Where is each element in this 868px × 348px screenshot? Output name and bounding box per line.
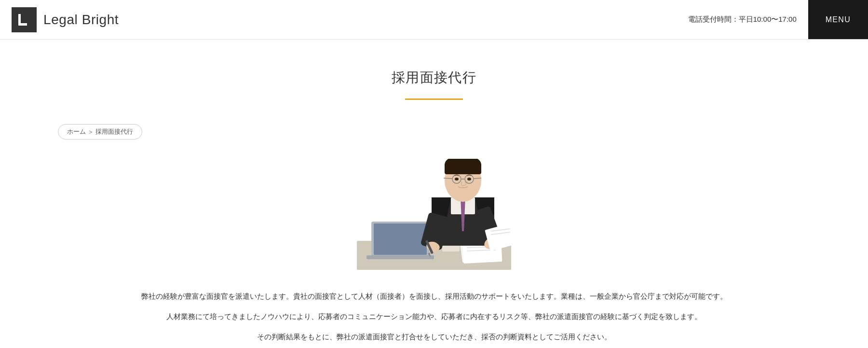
breadcrumb-separator: > <box>89 128 93 136</box>
svg-line-42 <box>474 178 481 179</box>
header-right: 電話受付時間：平日10:00〜17:00 MENU <box>688 0 868 39</box>
image-section <box>0 159 868 270</box>
logo-icon <box>12 7 37 32</box>
paragraph-3: その判断結果をもとに、弊社の派遣面接官と打合せをしていただき、採否の判断資料とし… <box>125 330 743 344</box>
site-header: Legal Bright 電話受付時間：平日10:00〜17:00 MENU <box>0 0 868 40</box>
svg-rect-1 <box>18 23 27 26</box>
paragraph-2: 人材業務にて培ってきましたノウハウにより、応募者のコミュニケーション能力や、応募… <box>125 309 743 324</box>
phone-info: 電話受付時間：平日10:00〜17:00 <box>688 15 808 24</box>
logo-text: Legal Bright <box>43 12 119 28</box>
breadcrumb[interactable]: ホーム > 採用面接代行 <box>58 124 142 139</box>
main-content: 採用面接代行 ホーム > 採用面接代行 <box>0 40 868 348</box>
paragraph-1: 弊社の経験が豊富な面接官を派遣いたします。貴社の面接官として人材（面接者）を面接… <box>125 289 743 304</box>
svg-rect-5 <box>374 223 427 255</box>
svg-point-36 <box>455 178 459 181</box>
page-title-section: 採用面接代行 <box>0 40 868 114</box>
page-title: 採用面接代行 <box>0 69 868 87</box>
breadcrumb-current: 採用面接代行 <box>95 127 133 136</box>
svg-rect-26 <box>445 164 481 174</box>
breadcrumb-home[interactable]: ホーム <box>67 127 86 136</box>
svg-point-37 <box>467 178 471 181</box>
title-underline <box>405 98 463 100</box>
svg-rect-6 <box>366 255 434 259</box>
logo-area[interactable]: Legal Bright <box>0 7 119 32</box>
interview-image <box>357 159 511 270</box>
breadcrumb-section: ホーム > 採用面接代行 <box>0 114 868 149</box>
menu-button[interactable]: MENU <box>808 0 868 39</box>
svg-line-41 <box>444 178 452 179</box>
text-section: 弊社の経験が豊富な面接官を派遣いたします。貴社の面接官として人材（面接者）を面接… <box>96 289 772 344</box>
